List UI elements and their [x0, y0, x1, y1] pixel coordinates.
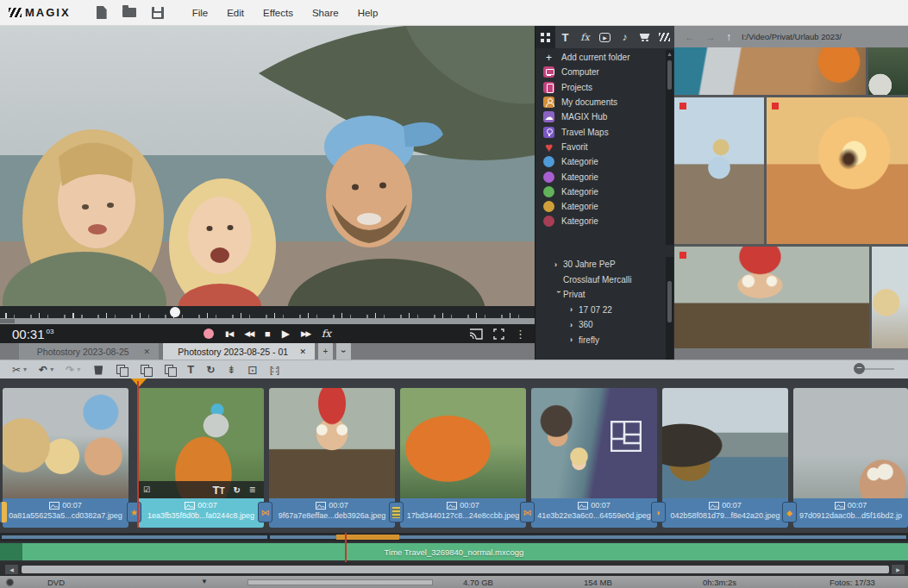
timeline-slide[interactable]: 00:07 17bd3440127c8...24e8ccbb.jpeg	[400, 388, 526, 528]
rewind-button[interactable]	[244, 330, 254, 338]
menu-edit[interactable]: Edit	[217, 8, 254, 18]
timeline-overview-strip[interactable]	[0, 533, 908, 541]
zoom-slider[interactable]	[865, 368, 894, 370]
tree-item-privat[interactable]: Privat	[535, 287, 667, 303]
overview-playhead[interactable]	[345, 533, 347, 562]
video-preview[interactable]	[0, 26, 535, 306]
transitions-icon[interactable]	[595, 26, 615, 48]
tab-photostory-2[interactable]: Photostory 2023-08-25 - 01	[163, 343, 315, 360]
folder-my-documents[interactable]: My documents	[535, 95, 667, 109]
jump-to-start-button[interactable]	[225, 330, 233, 338]
close-tab-icon[interactable]	[299, 347, 306, 356]
up-icon[interactable]: ↑	[726, 31, 731, 43]
redo-icon[interactable]	[66, 365, 74, 375]
titles-icon[interactable]	[555, 26, 575, 48]
slide-start-handle[interactable]	[0, 502, 7, 522]
timeline-slide[interactable]: 00:07 97d0912daac0b...d5f16bd2.jp	[793, 388, 908, 528]
menu-share[interactable]: Share	[303, 8, 348, 18]
forward-icon[interactable]: →	[705, 31, 716, 43]
menu-help[interactable]: Help	[348, 8, 388, 18]
fast-forward-button[interactable]	[301, 330, 310, 338]
slide-thumbnail[interactable]	[400, 388, 526, 498]
media-thumbnail[interactable]	[868, 47, 908, 95]
snapshot-icon[interactable]	[116, 365, 127, 375]
media-thumbnail[interactable]	[767, 97, 908, 244]
preview-effects-button[interactable]: fx	[322, 328, 331, 339]
scroll-right-button[interactable]	[892, 565, 905, 574]
store-icon[interactable]	[635, 26, 654, 48]
slide-thumbnail[interactable]	[269, 388, 395, 498]
category-purple[interactable]: Kategorie	[535, 169, 667, 184]
timeline-slide[interactable]: 00:07 9f67a7e8effae...deb3926a.jpeg	[269, 388, 395, 528]
effects-icon[interactable]	[575, 26, 595, 48]
folder-computer[interactable]: Computer	[535, 65, 667, 79]
fullscreen-icon[interactable]	[493, 328, 504, 340]
rotate-icon[interactable]	[206, 365, 215, 375]
transition-diamond-icon[interactable]	[782, 502, 797, 522]
folder-travel-maps[interactable]: Travel Maps	[535, 124, 667, 139]
cast-icon[interactable]	[469, 328, 483, 340]
new-tab-button[interactable]	[318, 343, 333, 360]
preview-scrollbar-thumb[interactable]	[0, 319, 15, 323]
tree-item-17-07-22[interactable]: 17 07 22	[535, 303, 667, 318]
slide-thumbnail[interactable]	[3, 388, 128, 498]
scrollbar-thumb[interactable]	[667, 60, 672, 90]
timeline[interactable]: 00:07 0a81a556253a5...cd0382a7.jpeg T 00…	[0, 378, 908, 533]
save-project-icon[interactable]	[152, 7, 164, 19]
transition-star-icon[interactable]	[127, 502, 141, 522]
timeline-slide-selected[interactable]: T 00:07 1ea3fb35f8d0b...fa0244c8.jpeg	[138, 388, 264, 528]
transition-crossfade-icon[interactable]	[258, 502, 272, 522]
slide-thumbnail[interactable]	[793, 388, 908, 498]
frame-export-icon[interactable]	[247, 364, 258, 376]
stop-button[interactable]	[265, 329, 271, 339]
burn-target-dropdown-icon[interactable]: ▼	[201, 578, 208, 585]
tree-scrollbar[interactable]	[666, 257, 673, 360]
folder-list-scrollbar[interactable]: ▲	[666, 50, 673, 245]
audio-icon[interactable]	[615, 26, 635, 48]
play-button[interactable]	[282, 328, 290, 339]
burn-target[interactable]: DVD	[47, 578, 65, 587]
timeline-slide[interactable]: 00:07 042b58f081d79...f8e42a20.jpeg	[662, 388, 788, 528]
media-thumbnail[interactable]	[872, 247, 908, 348]
media-thumbnail[interactable]	[674, 97, 764, 244]
transition-crossfade-icon[interactable]	[520, 502, 535, 522]
cut-dropdown-icon[interactable]	[23, 366, 27, 373]
audio-track[interactable]: Time Travel_3269840_normal.mxcogg	[0, 541, 908, 562]
close-tab-icon[interactable]	[143, 347, 150, 356]
scrollbar-thumb[interactable]	[667, 281, 672, 322]
tree-item-firefly[interactable]: firefly	[535, 333, 667, 348]
slide-thumbnail[interactable]	[662, 388, 788, 498]
folder-projects[interactable]: Projects	[535, 80, 667, 95]
scroll-up-icon[interactable]: ▲	[666, 50, 673, 59]
category-red[interactable]: Kategorie	[535, 214, 667, 228]
range-marker-icon[interactable]	[131, 378, 147, 387]
insert-icon[interactable]	[227, 365, 235, 375]
new-project-icon[interactable]	[97, 6, 107, 19]
tab-list-button[interactable]	[336, 343, 351, 360]
zoom-out-button[interactable]: −	[854, 363, 865, 374]
tree-item-360[interactable]: 360	[535, 317, 667, 333]
menu-effects[interactable]: Effects	[254, 8, 303, 18]
media-thumbnail[interactable]	[674, 47, 866, 95]
undo-dropdown-icon[interactable]	[50, 366, 53, 373]
group-objects-icon[interactable]	[270, 365, 279, 375]
slide-menu-icon[interactable]	[249, 484, 255, 496]
chevron-right-icon[interactable]	[554, 260, 563, 269]
add-current-folder[interactable]: Add current folder	[535, 50, 667, 65]
category-blue[interactable]: Kategorie	[535, 154, 667, 169]
chevron-down-icon[interactable]	[554, 291, 563, 299]
tab-photostory-1[interactable]: Photostory 2023-08-25	[19, 343, 159, 360]
timeline-scrollbar-thumb[interactable]	[22, 566, 889, 573]
timeline-slide[interactable]: 00:07 41e3b22e3a6c0...64559e0d.jpeg	[531, 388, 657, 528]
magix-tools-icon[interactable]	[654, 26, 674, 48]
duplicate-icon[interactable]	[141, 365, 151, 375]
cut-icon[interactable]	[12, 365, 21, 375]
slide-checkbox[interactable]	[143, 485, 150, 494]
redo-dropdown-icon[interactable]	[77, 366, 80, 373]
menu-file[interactable]: File	[183, 8, 218, 18]
slide-thumbnail[interactable]	[531, 388, 657, 498]
burn-icon[interactable]	[6, 579, 14, 586]
category-green[interactable]: Kategorie	[535, 185, 667, 199]
open-project-icon[interactable]	[122, 8, 136, 17]
back-icon[interactable]: ←	[685, 31, 695, 43]
